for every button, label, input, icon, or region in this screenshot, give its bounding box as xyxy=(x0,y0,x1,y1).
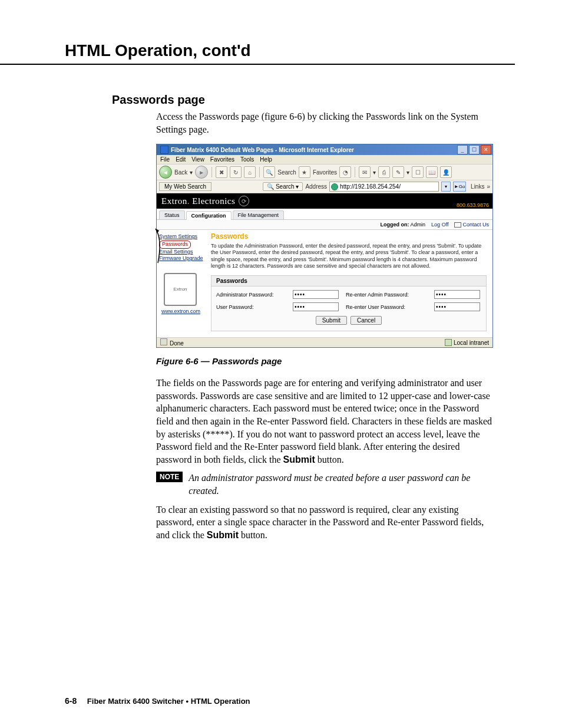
menu-edit[interactable]: Edit xyxy=(176,156,186,163)
contact-us-link[interactable]: Contact Us xyxy=(454,222,489,228)
status-done: Done xyxy=(160,338,184,347)
figure-caption: Figure 6-6 — Passwords page xyxy=(156,356,562,366)
close-button[interactable]: ✕ xyxy=(481,145,491,154)
log-off-link[interactable]: Log Off xyxy=(431,222,448,228)
menu-file[interactable]: File xyxy=(160,156,170,163)
browser-menubar: File Edit View Favorites Tools Help xyxy=(157,155,492,164)
reenter-user-password-label: Re-enter User Password: xyxy=(346,304,428,310)
research-icon[interactable]: 📖 xyxy=(426,166,438,178)
my-web-search-button[interactable]: My Web Search xyxy=(159,182,211,191)
menu-favorites[interactable]: Favorites xyxy=(210,156,234,163)
note-block: NOTE An administrator password must be c… xyxy=(156,472,497,497)
section-heading: Passwords page xyxy=(112,93,562,107)
address-value: http://192.168.254.254/ xyxy=(340,183,401,190)
globe-icon xyxy=(331,183,338,190)
reenter-admin-password-label: Re-enter Admin Password: xyxy=(346,292,428,298)
figure-screenshot: Fiber Matrix 6400 Default Web Pages - Mi… xyxy=(156,144,492,348)
cancel-button[interactable]: Cancel xyxy=(351,316,382,325)
messenger-icon[interactable]: 👤 xyxy=(440,166,452,178)
submit-button[interactable]: Submit xyxy=(316,316,347,325)
admin-password-input[interactable]: •••• xyxy=(293,290,339,299)
reenter-user-password-input[interactable]: •••• xyxy=(434,302,480,311)
sidebar-url-link[interactable]: www.extron.com xyxy=(161,308,200,314)
chapter-title: HTML Operation, cont'd xyxy=(0,0,515,65)
security-zone: Local intranet xyxy=(445,339,489,346)
minimize-button[interactable]: _ xyxy=(457,145,468,154)
back-label: Back xyxy=(174,169,187,176)
back-dropdown-icon[interactable]: ▾ xyxy=(190,169,193,176)
browser-address-row: My Web Search 🔍 Search ▾ Address http://… xyxy=(157,180,492,193)
maximize-button[interactable]: ☐ xyxy=(469,145,480,154)
search-dropdown-button[interactable]: 🔍 Search ▾ xyxy=(263,182,303,191)
page-content: Extron. Electronics ⟳ 800.633.9876 Statu… xyxy=(157,193,492,337)
favorites-icon[interactable]: ★ xyxy=(299,166,310,178)
brand-name-b: Electronics xyxy=(192,196,235,206)
address-input[interactable]: http://192.168.254.254/ xyxy=(329,182,439,192)
window-title: Fiber Matrix 6400 Default Web Pages - Mi… xyxy=(171,147,456,153)
paragraph-2: To clear an existing password so that no… xyxy=(156,503,497,542)
menu-view[interactable]: View xyxy=(191,156,204,163)
page-footer: 6-8 Fiber Matrix 6400 Switcher • HTML Op… xyxy=(65,696,250,706)
discuss-icon[interactable]: ☐ xyxy=(412,166,424,178)
search-icon[interactable]: 🔍 xyxy=(263,166,275,178)
reenter-admin-password-input[interactable]: •••• xyxy=(434,290,480,299)
footer-text: Fiber Matrix 6400 Switcher • HTML Operat… xyxy=(87,697,250,706)
shield-icon xyxy=(445,339,452,346)
browser-window: Fiber Matrix 6400 Default Web Pages - Mi… xyxy=(156,144,493,348)
panel-title: Passwords xyxy=(211,232,487,241)
tab-status[interactable]: Status xyxy=(159,210,185,219)
tab-file-management[interactable]: File Management xyxy=(233,210,285,219)
callout-arrow-icon xyxy=(154,228,164,269)
mail-dropdown-icon[interactable]: ▾ xyxy=(373,169,376,176)
form-subtitle: Passwords xyxy=(211,276,486,286)
mail-icon[interactable]: ✉ xyxy=(359,166,371,178)
extron-logo-icon: Extron xyxy=(164,273,197,306)
window-titlebar: Fiber Matrix 6400 Default Web Pages - Mi… xyxy=(157,144,492,155)
refresh-button[interactable]: ↻ xyxy=(230,166,242,178)
ie-logo-icon xyxy=(160,146,168,154)
address-label: Address xyxy=(305,183,327,190)
forward-button[interactable]: ► xyxy=(195,166,208,179)
logged-on-label: Logged on: Admin xyxy=(381,222,426,228)
brand-dot: . xyxy=(187,196,190,206)
note-text: An administrator password must be create… xyxy=(189,472,497,497)
menu-help[interactable]: Help xyxy=(260,156,272,163)
admin-password-label: Administrator Password: xyxy=(216,292,287,298)
links-chevron-icon[interactable]: » xyxy=(487,183,490,190)
edit-dropdown-icon[interactable]: ▾ xyxy=(406,169,409,176)
tab-configuration[interactable]: Configuration xyxy=(186,211,232,220)
go-button[interactable]: ► Go xyxy=(453,182,466,192)
stop-button[interactable]: ✖ xyxy=(216,166,227,178)
search-label: Search xyxy=(277,169,296,176)
submit-word-2: Submit xyxy=(207,530,239,540)
intro-paragraph: Access the Passwords page (figure 6-6) b… xyxy=(156,110,497,136)
envelope-icon xyxy=(454,222,461,228)
back-button[interactable]: ◄ xyxy=(159,166,172,179)
user-password-input[interactable]: •••• xyxy=(293,302,339,311)
edit-icon[interactable]: ✎ xyxy=(392,166,404,178)
toolbar-separator xyxy=(259,167,260,177)
brand-bar: Extron. Electronics ⟳ 800.633.9876 xyxy=(157,193,492,209)
panel-description: To update the Administration Password, e… xyxy=(211,243,487,269)
user-password-label: User Password: xyxy=(216,304,287,310)
address-dropdown-icon[interactable]: ▾ xyxy=(441,182,451,192)
sidebar-item-firmware-upgrade[interactable]: Firmware Upgrade xyxy=(159,255,206,262)
paragraph-1: The fields on the Passwords page are for… xyxy=(156,377,497,466)
history-icon[interactable]: ◔ xyxy=(339,166,351,178)
note-badge: NOTE xyxy=(156,472,183,482)
print-icon[interactable]: ⎙ xyxy=(378,166,390,178)
sidebar: System Settings Passwords Email Settings… xyxy=(157,230,209,337)
brand-phone: 800.633.9876 xyxy=(457,202,489,208)
browser-statusbar: Done Local intranet xyxy=(157,337,492,347)
page-number: 6-8 xyxy=(65,696,77,706)
submit-word: Submit xyxy=(283,454,315,465)
sidebar-item-email-settings[interactable]: Email Settings xyxy=(159,249,206,256)
menu-tools[interactable]: Tools xyxy=(240,156,254,163)
page-icon xyxy=(160,338,167,345)
links-label[interactable]: Links xyxy=(471,183,484,190)
home-button[interactable]: ⌂ xyxy=(244,166,256,178)
passwords-form: Passwords Administrator Password: •••• R… xyxy=(211,275,487,331)
sidebar-item-passwords[interactable]: Passwords xyxy=(159,241,191,249)
sidebar-item-system-settings[interactable]: System Settings xyxy=(159,233,206,241)
nav-tabs: Status Configuration File Management xyxy=(157,209,492,220)
